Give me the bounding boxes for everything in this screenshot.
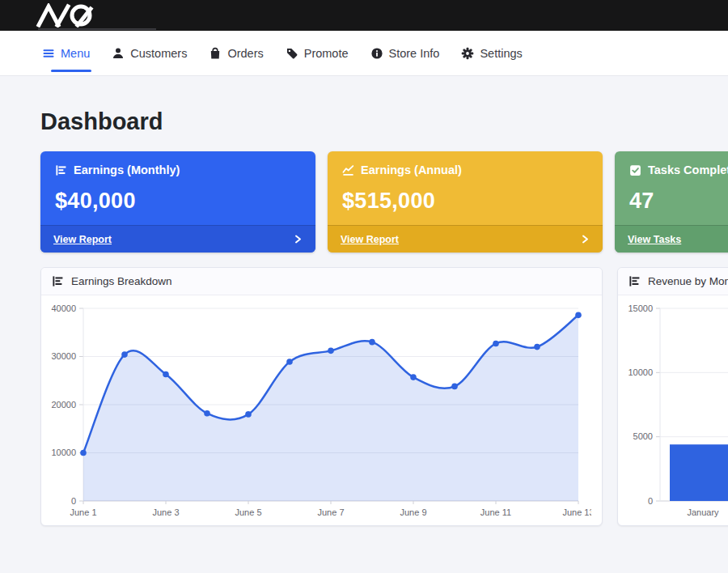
stat-card-header: Tasks Completed xyxy=(629,163,728,176)
stat-card-value: 47 xyxy=(629,189,728,214)
chart-body: 010000200003000040000June 1June 3June 5J… xyxy=(41,295,602,525)
svg-text:40000: 40000 xyxy=(51,303,76,313)
tag-icon xyxy=(286,47,298,60)
chart-title: Revenue by Month xyxy=(648,275,728,287)
nav-item-customers[interactable]: Customers xyxy=(112,31,187,76)
stat-card-header: Earnings (Annual) xyxy=(342,163,588,176)
nav-item-label: Promote xyxy=(304,47,349,60)
svg-text:20000: 20000 xyxy=(51,400,76,410)
revenue-by-month-chart: 050001000015000January xyxy=(624,302,728,522)
svg-text:10000: 10000 xyxy=(628,367,653,377)
svg-text:June 5: June 5 xyxy=(235,507,261,517)
nav-item-store-info[interactable]: Store Info xyxy=(370,31,440,76)
earnings-breakdown-chart: 010000200003000040000June 1June 3June 5J… xyxy=(48,302,591,522)
svg-text:0: 0 xyxy=(648,496,653,506)
mq-logo[interactable] xyxy=(32,3,123,28)
chart-body: 050001000015000January xyxy=(618,295,728,525)
svg-text:June 1: June 1 xyxy=(70,507,96,517)
nav-item-label: Customers xyxy=(130,47,187,60)
line-chart-icon xyxy=(342,164,354,176)
stat-card-value: $40,000 xyxy=(55,189,301,214)
svg-text:5000: 5000 xyxy=(633,431,653,441)
stat-card-label: Earnings (Annual) xyxy=(361,163,462,176)
stat-card-value: $515,000 xyxy=(342,189,588,214)
nav-item-label: Store Info xyxy=(389,47,440,60)
svg-text:30000: 30000 xyxy=(51,351,76,361)
main-content: Dashboard Earnings (Monthly) $40,000 Vie… xyxy=(0,76,728,526)
bar-chart-icon xyxy=(629,275,641,287)
nav-item-label: Menu xyxy=(61,47,90,60)
bar-chart-icon xyxy=(55,164,67,176)
chevron-right-icon xyxy=(580,234,590,244)
hamburger-icon xyxy=(42,47,55,60)
check-square-icon xyxy=(629,164,641,176)
svg-text:0: 0 xyxy=(71,496,76,506)
nav-item-label: Settings xyxy=(480,47,522,60)
chart-card-header: Revenue by Month xyxy=(618,268,728,295)
nav-item-promote[interactable]: Promote xyxy=(286,31,349,76)
charts-row: Earnings Breakdown 010000200003000040000… xyxy=(40,267,728,526)
view-report-link[interactable]: View Report xyxy=(40,225,315,253)
view-tasks-label: View Tasks xyxy=(628,234,681,245)
chevron-right-icon xyxy=(293,234,303,244)
topbar xyxy=(0,0,728,31)
svg-text:January: January xyxy=(687,507,719,517)
stat-card-earnings-annual: Earnings (Annual) $515,000 View Report xyxy=(328,151,603,253)
svg-text:June 9: June 9 xyxy=(400,507,426,517)
stat-cards-row: Earnings (Monthly) $40,000 View Report E xyxy=(40,151,728,253)
bar-chart-icon xyxy=(52,275,64,287)
view-report-label: View Report xyxy=(53,234,112,245)
nav-item-label: Orders xyxy=(227,47,263,60)
navbar: Menu Customers Orders Promote Store Info xyxy=(0,31,728,76)
svg-text:June 7: June 7 xyxy=(317,507,344,517)
earnings-breakdown-card: Earnings Breakdown 010000200003000040000… xyxy=(40,267,603,526)
svg-text:15000: 15000 xyxy=(628,303,653,313)
stat-card-earnings-monthly: Earnings (Monthly) $40,000 View Report xyxy=(40,151,315,253)
view-report-label: View Report xyxy=(341,234,399,245)
svg-text:June 13: June 13 xyxy=(562,507,591,517)
view-report-link[interactable]: View Report xyxy=(328,225,603,253)
nav-item-menu[interactable]: Menu xyxy=(42,31,90,76)
nav-item-settings[interactable]: Settings xyxy=(461,31,522,76)
view-tasks-link[interactable]: View Tasks xyxy=(615,225,728,253)
svg-text:10000: 10000 xyxy=(51,448,76,457)
stat-card-tasks-completed: Tasks Completed 47 View Tasks xyxy=(615,151,728,253)
gear-icon xyxy=(461,47,474,60)
nav-item-orders[interactable]: Orders xyxy=(209,31,263,76)
svg-text:June 3: June 3 xyxy=(152,507,179,517)
stat-card-label: Earnings (Monthly) xyxy=(74,163,180,176)
stat-card-label: Tasks Completed xyxy=(648,163,728,176)
info-icon xyxy=(370,47,383,60)
svg-text:June 11: June 11 xyxy=(480,507,511,517)
chart-card-header: Earnings Breakdown xyxy=(41,268,602,295)
revenue-by-month-card: Revenue by Month 050001000015000January xyxy=(617,267,728,526)
page-title: Dashboard xyxy=(40,108,728,135)
shopping-bag-icon xyxy=(209,47,222,60)
stat-card-header: Earnings (Monthly) xyxy=(55,163,301,176)
person-icon xyxy=(112,47,125,60)
chart-title: Earnings Breakdown xyxy=(71,275,172,287)
